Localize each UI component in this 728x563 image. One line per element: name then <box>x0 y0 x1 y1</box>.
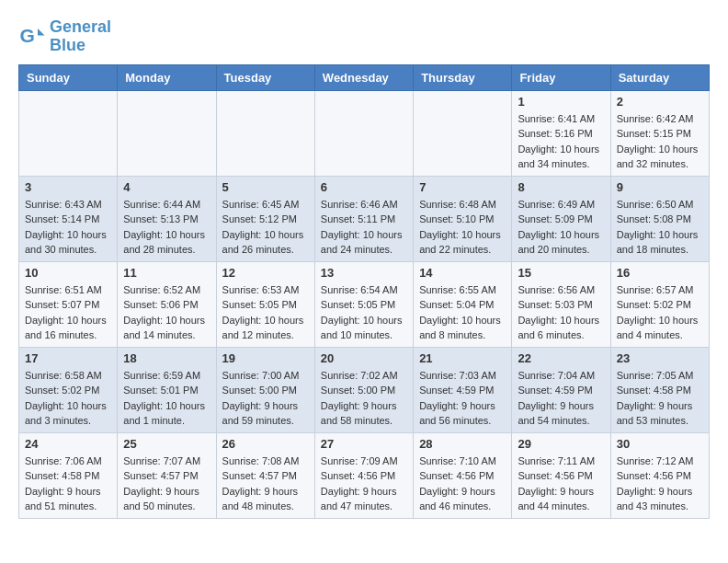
weekday-header-monday: Monday <box>118 64 216 90</box>
day-number: 7 <box>419 180 506 194</box>
day-cell: 21Sunrise: 7:03 AMSunset: 4:59 PMDayligh… <box>414 347 512 432</box>
day-cell <box>118 90 216 176</box>
page-header: G General Blue <box>18 18 710 55</box>
day-info: Sunrise: 7:02 AMSunset: 5:00 PMDaylight:… <box>321 368 407 429</box>
day-number: 30 <box>617 437 703 451</box>
weekday-row: SundayMondayTuesdayWednesdayThursdayFrid… <box>19 64 710 90</box>
day-info: Sunrise: 6:54 AMSunset: 5:05 PMDaylight:… <box>321 282 407 343</box>
day-cell <box>19 90 118 176</box>
day-cell: 10Sunrise: 6:51 AMSunset: 5:07 PMDayligh… <box>19 261 118 347</box>
day-number: 9 <box>617 180 703 194</box>
weekday-header-wednesday: Wednesday <box>314 64 413 90</box>
logo-line2: Blue <box>50 37 111 55</box>
logo: G General Blue <box>18 18 111 55</box>
weekday-header-tuesday: Tuesday <box>216 64 314 90</box>
day-number: 13 <box>321 266 407 280</box>
weekday-header-thursday: Thursday <box>414 64 512 90</box>
calendar-table: SundayMondayTuesdayWednesdayThursdayFrid… <box>18 64 710 519</box>
day-cell <box>216 90 314 176</box>
day-number: 16 <box>617 266 703 280</box>
day-info: Sunrise: 7:04 AMSunset: 4:59 PMDaylight:… <box>518 368 604 429</box>
day-number: 26 <box>222 437 309 451</box>
day-info: Sunrise: 7:08 AMSunset: 4:57 PMDaylight:… <box>222 454 309 514</box>
day-cell: 5Sunrise: 6:45 AMSunset: 5:12 PMDaylight… <box>216 176 314 261</box>
logo-icon: G <box>18 23 46 51</box>
day-info: Sunrise: 6:45 AMSunset: 5:12 PMDaylight:… <box>222 197 309 258</box>
day-info: Sunrise: 6:55 AMSunset: 5:04 PMDaylight:… <box>419 282 506 343</box>
weekday-header-saturday: Saturday <box>610 64 709 90</box>
day-cell: 24Sunrise: 7:06 AMSunset: 4:58 PMDayligh… <box>19 432 118 518</box>
day-number: 4 <box>123 180 210 194</box>
day-cell: 8Sunrise: 6:49 AMSunset: 5:09 PMDaylight… <box>512 176 610 261</box>
day-info: Sunrise: 7:05 AMSunset: 4:58 PMDaylight:… <box>617 368 703 429</box>
day-info: Sunrise: 6:58 AMSunset: 5:02 PMDaylight:… <box>25 368 111 429</box>
week-row-2: 3Sunrise: 6:43 AMSunset: 5:14 PMDaylight… <box>19 176 710 261</box>
day-number: 28 <box>419 437 506 451</box>
day-cell: 19Sunrise: 7:00 AMSunset: 5:00 PMDayligh… <box>216 347 314 432</box>
day-cell: 29Sunrise: 7:11 AMSunset: 4:56 PMDayligh… <box>512 432 610 518</box>
day-info: Sunrise: 6:59 AMSunset: 5:01 PMDaylight:… <box>123 368 210 429</box>
day-number: 29 <box>518 437 604 451</box>
day-number: 15 <box>518 266 604 280</box>
day-info: Sunrise: 6:42 AMSunset: 5:15 PMDaylight:… <box>617 111 703 172</box>
day-number: 19 <box>222 351 309 365</box>
day-info: Sunrise: 7:09 AMSunset: 4:56 PMDaylight:… <box>321 454 407 514</box>
day-number: 25 <box>123 437 210 451</box>
day-info: Sunrise: 6:50 AMSunset: 5:08 PMDaylight:… <box>617 197 703 258</box>
day-cell: 22Sunrise: 7:04 AMSunset: 4:59 PMDayligh… <box>512 347 610 432</box>
week-row-1: 1Sunrise: 6:41 AMSunset: 5:16 PMDaylight… <box>19 90 710 176</box>
day-number: 18 <box>123 351 210 365</box>
day-info: Sunrise: 6:48 AMSunset: 5:10 PMDaylight:… <box>419 197 506 258</box>
day-cell: 25Sunrise: 7:07 AMSunset: 4:57 PMDayligh… <box>118 432 216 518</box>
day-cell: 7Sunrise: 6:48 AMSunset: 5:10 PMDaylight… <box>414 176 512 261</box>
day-number: 8 <box>518 180 604 194</box>
day-info: Sunrise: 7:07 AMSunset: 4:57 PMDaylight:… <box>123 454 210 514</box>
calendar-body: 1Sunrise: 6:41 AMSunset: 5:16 PMDaylight… <box>19 90 710 518</box>
day-info: Sunrise: 6:43 AMSunset: 5:14 PMDaylight:… <box>25 197 111 258</box>
day-cell <box>314 90 413 176</box>
day-cell: 11Sunrise: 6:52 AMSunset: 5:06 PMDayligh… <box>118 261 216 347</box>
day-cell: 30Sunrise: 7:12 AMSunset: 4:56 PMDayligh… <box>610 432 709 518</box>
day-cell: 26Sunrise: 7:08 AMSunset: 4:57 PMDayligh… <box>216 432 314 518</box>
day-cell: 9Sunrise: 6:50 AMSunset: 5:08 PMDaylight… <box>610 176 709 261</box>
day-info: Sunrise: 6:49 AMSunset: 5:09 PMDaylight:… <box>518 197 604 258</box>
day-cell: 2Sunrise: 6:42 AMSunset: 5:15 PMDaylight… <box>610 90 709 176</box>
day-info: Sunrise: 6:51 AMSunset: 5:07 PMDaylight:… <box>25 282 111 343</box>
day-cell: 13Sunrise: 6:54 AMSunset: 5:05 PMDayligh… <box>314 261 413 347</box>
logo-line1: General <box>50 18 111 37</box>
day-number: 11 <box>123 266 210 280</box>
day-number: 23 <box>617 351 703 365</box>
day-info: Sunrise: 6:56 AMSunset: 5:03 PMDaylight:… <box>518 282 604 343</box>
day-info: Sunrise: 7:10 AMSunset: 4:56 PMDaylight:… <box>419 454 506 514</box>
day-number: 1 <box>518 95 604 109</box>
day-cell <box>414 90 512 176</box>
day-number: 20 <box>321 351 407 365</box>
day-number: 21 <box>419 351 506 365</box>
day-cell: 27Sunrise: 7:09 AMSunset: 4:56 PMDayligh… <box>314 432 413 518</box>
day-number: 27 <box>321 437 407 451</box>
week-row-3: 10Sunrise: 6:51 AMSunset: 5:07 PMDayligh… <box>19 261 710 347</box>
day-info: Sunrise: 6:44 AMSunset: 5:13 PMDaylight:… <box>123 197 210 258</box>
day-cell: 1Sunrise: 6:41 AMSunset: 5:16 PMDaylight… <box>512 90 610 176</box>
day-cell: 6Sunrise: 6:46 AMSunset: 5:11 PMDaylight… <box>314 176 413 261</box>
day-info: Sunrise: 6:53 AMSunset: 5:05 PMDaylight:… <box>222 282 309 343</box>
day-info: Sunrise: 6:41 AMSunset: 5:16 PMDaylight:… <box>518 111 604 172</box>
day-cell: 28Sunrise: 7:10 AMSunset: 4:56 PMDayligh… <box>414 432 512 518</box>
day-number: 22 <box>518 351 604 365</box>
svg-text:G: G <box>20 25 35 46</box>
day-number: 10 <box>25 266 111 280</box>
day-info: Sunrise: 7:00 AMSunset: 5:00 PMDaylight:… <box>222 368 309 429</box>
weekday-header-friday: Friday <box>512 64 610 90</box>
day-cell: 3Sunrise: 6:43 AMSunset: 5:14 PMDaylight… <box>19 176 118 261</box>
day-cell: 16Sunrise: 6:57 AMSunset: 5:02 PMDayligh… <box>610 261 709 347</box>
day-number: 5 <box>222 180 309 194</box>
week-row-5: 24Sunrise: 7:06 AMSunset: 4:58 PMDayligh… <box>19 432 710 518</box>
day-number: 17 <box>25 351 111 365</box>
day-number: 14 <box>419 266 506 280</box>
day-cell: 15Sunrise: 6:56 AMSunset: 5:03 PMDayligh… <box>512 261 610 347</box>
day-number: 3 <box>25 180 111 194</box>
weekday-header-sunday: Sunday <box>19 64 118 90</box>
day-info: Sunrise: 6:52 AMSunset: 5:06 PMDaylight:… <box>123 282 210 343</box>
day-cell: 17Sunrise: 6:58 AMSunset: 5:02 PMDayligh… <box>19 347 118 432</box>
day-cell: 14Sunrise: 6:55 AMSunset: 5:04 PMDayligh… <box>414 261 512 347</box>
